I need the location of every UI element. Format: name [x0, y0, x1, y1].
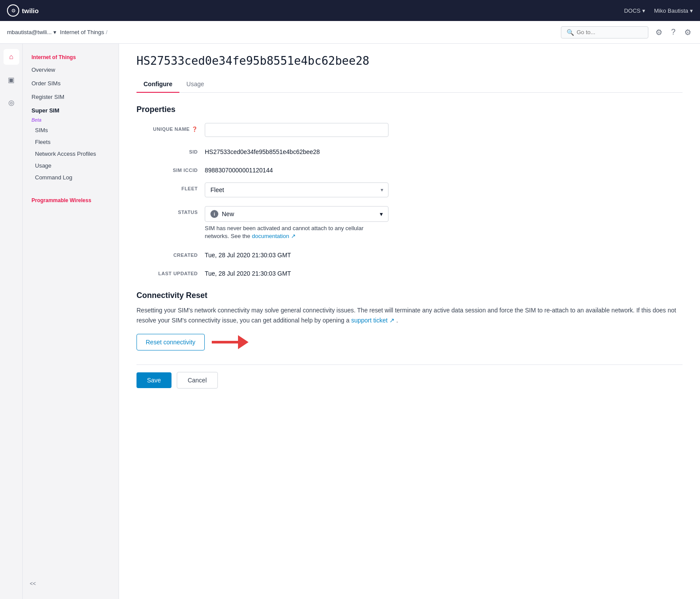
arrow-shaft [212, 341, 238, 343]
created-label: CREATED [136, 249, 198, 258]
sidebar-sub-usage[interactable]: Usage [23, 160, 119, 172]
chevron-down-icon: ▾ [642, 7, 645, 14]
sidebar-item-super-sim[interactable]: Super SIM [23, 104, 119, 117]
status-info-icon: i [210, 210, 218, 218]
tab-usage[interactable]: Usage [179, 76, 211, 93]
sim-iccid-row: SIM ICCID 89883070000001120144 [136, 164, 682, 174]
status-select[interactable]: i New ▾ [205, 206, 388, 222]
sidebar-programmable-wireless: Programmable Wireless [23, 194, 119, 206]
twilio-logo-text: twilio [22, 7, 38, 14]
info-icon: ❓ [192, 126, 198, 132]
reset-area: Reset connectivity [136, 334, 682, 350]
twilio-logo[interactable]: ⊙ twilio [7, 4, 38, 17]
second-nav: mbautista@twili... ▾ Internet of Things … [0, 21, 700, 44]
page-title: HS27533ced0e34fe95b8551e4bc62bee28 [136, 54, 682, 67]
docs-link[interactable]: DOCS ▾ [624, 7, 645, 14]
notifications-icon[interactable]: ⚙ [654, 26, 664, 39]
messages-icon[interactable]: ◎ [4, 95, 19, 110]
sim-iccid-label: SIM ICCID [136, 164, 198, 173]
sim-icon[interactable]: ▣ [4, 72, 19, 88]
sidebar-sub-fleets[interactable]: Fleets [23, 136, 119, 148]
support-ticket-link[interactable]: support ticket ↗ [351, 317, 395, 324]
connectivity-reset-section: Connectivity Reset Resetting your SIM's … [136, 291, 682, 350]
home-icon[interactable]: ⌂ [4, 49, 19, 65]
unique-name-input[interactable] [205, 123, 388, 137]
help-icon[interactable]: ? [669, 26, 677, 39]
tab-configure[interactable]: Configure [136, 76, 179, 93]
status-note: SIM has never been activated and cannot … [205, 224, 388, 240]
breadcrumb: Internet of Things / [60, 29, 108, 35]
unique-name-label: UNIQUE NAME ❓ [136, 123, 198, 132]
fleet-label: FLEET [136, 182, 198, 191]
last-updated-label: LAST UPDATED [136, 267, 198, 276]
sidebar-item-register-sim[interactable]: Register SIM [23, 90, 119, 104]
sidebar-product-title: Internet of Things [23, 51, 119, 63]
chevron-down-icon: ▾ [690, 7, 693, 14]
sidebar-collapse-button[interactable]: << [23, 575, 119, 592]
chevron-down-icon: ▾ [380, 210, 383, 217]
sidebar-item-order-sims[interactable]: Order SIMs [23, 77, 119, 90]
created-value: Tue, 28 Jul 2020 21:30:03 GMT [205, 249, 682, 259]
fleet-select-wrapper: Fleet ▾ [205, 182, 388, 197]
sid-label: SID [136, 146, 198, 154]
save-button[interactable]: Save [136, 372, 172, 388]
sidebar-icons: ⌂ ▣ ◎ [0, 44, 23, 599]
properties-title: Properties [136, 105, 682, 114]
connectivity-description: Resetting your SIM's network connectivit… [136, 305, 682, 325]
sid-value: HS27533ced0e34fe95b8551e4bc62bee28 [205, 146, 682, 155]
account-selector[interactable]: mbautista@twili... ▾ [7, 29, 56, 35]
sidebar-sub-network-access-profiles[interactable]: Network Access Profiles [23, 148, 119, 160]
search-icon: 🔍 [567, 29, 574, 36]
arrow-indicator [212, 335, 248, 349]
sidebar-sub-sims[interactable]: SIMs [23, 124, 119, 136]
chevron-down-icon: ▾ [53, 29, 56, 35]
sidebar-sub-command-log[interactable]: Command Log [23, 172, 119, 183]
status-row: STATUS i New ▾ SIM has never been activa… [136, 206, 682, 240]
unique-name-row: UNIQUE NAME ❓ [136, 123, 682, 137]
cancel-button[interactable]: Cancel [177, 372, 218, 389]
action-bar: Save Cancel [136, 364, 682, 396]
breadcrumb-product: Internet of Things [60, 29, 104, 35]
sidebar-item-overview[interactable]: Overview [23, 63, 119, 77]
sidebar: Internet of Things Overview Order SIMs R… [23, 44, 119, 599]
sidebar-beta-label: Beta [23, 117, 119, 124]
last-updated-value: Tue, 28 Jul 2020 21:30:03 GMT [205, 267, 682, 277]
main-layout: ⌂ ▣ ◎ Internet of Things Overview Order … [0, 44, 700, 599]
documentation-link[interactable]: documentation ↗ [252, 233, 296, 239]
last-updated-row: LAST UPDATED Tue, 28 Jul 2020 21:30:03 G… [136, 267, 682, 277]
reset-connectivity-button[interactable]: Reset connectivity [136, 334, 205, 350]
search-box[interactable]: 🔍 [561, 26, 648, 39]
fleet-select[interactable]: Fleet [205, 182, 388, 197]
sim-iccid-value: 89883070000001120144 [205, 164, 682, 174]
tabs: Configure Usage [136, 76, 682, 93]
connectivity-title: Connectivity Reset [136, 291, 682, 300]
user-menu[interactable]: Miko Bautista ▾ [654, 7, 693, 14]
status-value: New [222, 210, 234, 217]
settings-icon[interactable]: ⚙ [682, 26, 693, 39]
fleet-row: FLEET Fleet ▾ [136, 182, 682, 197]
arrow-head [238, 335, 248, 349]
content-area: HS27533ced0e34fe95b8551e4bc62bee28 Confi… [119, 44, 700, 599]
top-nav: ⊙ twilio DOCS ▾ Miko Bautista ▾ [0, 0, 700, 21]
created-row: CREATED Tue, 28 Jul 2020 21:30:03 GMT [136, 249, 682, 259]
twilio-logo-icon: ⊙ [7, 4, 19, 17]
sid-row: SID HS27533ced0e34fe95b8551e4bc62bee28 [136, 146, 682, 155]
search-input[interactable] [577, 29, 643, 35]
breadcrumb-separator: / [106, 29, 108, 35]
status-label: STATUS [136, 206, 198, 215]
